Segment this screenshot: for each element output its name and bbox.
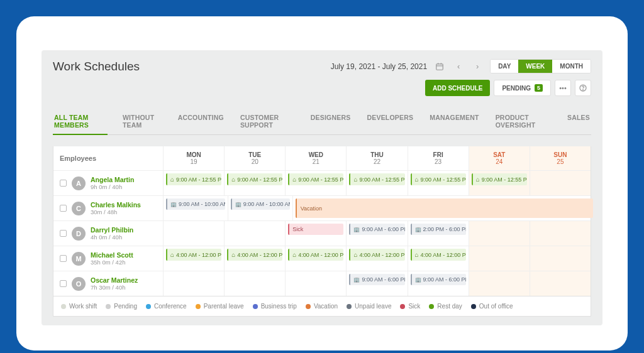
home-icon	[170, 176, 174, 183]
shift-block[interactable]: 9:00 AM - 12:55 PM	[166, 173, 221, 185]
tab-sales[interactable]: SALES	[566, 109, 591, 134]
tab-designers[interactable]: DESIGNERS	[309, 109, 352, 134]
legend-label: Business trip	[261, 303, 297, 310]
shift-block[interactable]: 4:00 AM - 12:00 PM	[288, 249, 343, 261]
schedule-cell[interactable]: 9:00 AM - 12:55 PM	[286, 171, 347, 195]
schedule-cell[interactable]	[164, 221, 225, 246]
tab-management[interactable]: MANAGEMENT	[428, 109, 480, 134]
schedule-cell[interactable]: 9:00 AM - 12:55 PM	[408, 171, 469, 195]
shift-block[interactable]: Sick	[288, 224, 343, 235]
shift-block[interactable]: 9:00 AM - 6:00 PM	[349, 224, 404, 235]
legend-dot	[471, 304, 476, 309]
prev-week-button[interactable]: ‹	[452, 60, 465, 73]
next-week-button[interactable]: ›	[471, 60, 484, 73]
tab-without-team[interactable]: WITHOUT TEAM	[121, 109, 163, 134]
employee-name[interactable]: Michael Scott	[91, 251, 133, 259]
employee-name[interactable]: Darryl Philbin	[91, 226, 133, 234]
schedule-cell[interactable]: 4:00 AM - 12:00 PM	[225, 246, 286, 271]
shift-block[interactable]: 4:00 AM - 12:00 PM	[411, 249, 466, 261]
shift-label: 9:00 AM - 12:55 PM	[359, 176, 404, 183]
day-header-wed: WED21	[286, 146, 347, 170]
employee-cell: OOscar Martinez7h 30m / 40h	[53, 271, 164, 296]
employee-row: AAngela Martin9h 0m / 40h9:00 AM - 12:55…	[53, 171, 591, 196]
schedule-cell[interactable]: 9:00 AM - 10:00 AM	[164, 196, 228, 220]
view-week[interactable]: WEEK	[518, 60, 552, 73]
schedule-cell[interactable]: 9:00 AM - 6:00 PM	[408, 271, 469, 296]
schedule-cell[interactable]: 9:00 AM - 12:55 PM	[469, 171, 530, 195]
legend-dot	[106, 304, 111, 309]
view-month[interactable]: MONTH	[552, 60, 591, 73]
shift-block[interactable]: 9:00 AM - 6:00 PM	[349, 274, 404, 285]
legend-item: Parental leave	[196, 303, 244, 310]
schedule-cell[interactable]	[469, 271, 530, 296]
tab-product-oversight[interactable]: PRODUCT OVERSIGHT	[494, 109, 552, 134]
employee-checkbox[interactable]	[60, 205, 67, 212]
tab-accounting[interactable]: ACCOUNTING	[177, 109, 225, 134]
shift-block[interactable]: 4:00 AM - 12:00 PM	[349, 249, 404, 261]
employee-name[interactable]: Charles Malkins	[91, 201, 141, 209]
schedule-cell[interactable]	[469, 221, 530, 246]
shift-block[interactable]: Vacation	[296, 198, 593, 218]
legend-item: Out of office	[471, 303, 513, 310]
schedule-cell[interactable]: 4:00 AM - 12:00 PM	[164, 246, 225, 271]
shift-block[interactable]: 9:00 AM - 12:55 PM	[349, 173, 404, 185]
shift-block[interactable]: 2:00 PM - 6:00 PM	[411, 224, 466, 235]
schedule-cell[interactable]	[530, 246, 591, 271]
calendar-icon[interactable]	[433, 60, 446, 73]
shift-block[interactable]: 9:00 AM - 12:55 PM	[411, 173, 466, 185]
schedule-cell[interactable]	[469, 246, 530, 271]
schedule-cell[interactable]	[530, 171, 591, 195]
schedule-cell[interactable]: 4:00 AM - 12:00 PM	[408, 246, 469, 271]
employee-checkbox[interactable]	[60, 280, 67, 287]
shift-block[interactable]: 9:00 AM - 12:55 PM	[472, 173, 527, 185]
schedule-cell[interactable]: 4:00 AM - 12:00 PM	[347, 246, 408, 271]
office-icon	[235, 201, 242, 207]
employee-name[interactable]: Oscar Martinez	[91, 276, 138, 284]
schedule-cell[interactable]	[225, 271, 286, 296]
tab-customer-support[interactable]: CUSTOMER SUPPORT	[239, 109, 296, 134]
legend-label: Rest day	[437, 303, 462, 310]
schedule-cell[interactable]	[164, 271, 225, 296]
shift-label: 4:00 AM - 12:00 PM	[176, 252, 221, 258]
legend-label: Sick	[408, 303, 420, 310]
employee-cell: CCharles Malkins30m / 48h	[53, 196, 164, 220]
schedule-cell[interactable]: Sick	[286, 221, 347, 246]
shift-block[interactable]: 4:00 AM - 12:00 PM	[166, 249, 221, 261]
add-schedule-button[interactable]: ADD SCHEDULE	[425, 80, 490, 96]
shift-block[interactable]: 4:00 AM - 12:00 PM	[227, 249, 282, 261]
home-icon	[353, 251, 357, 258]
schedule-cell[interactable]: 9:00 AM - 6:00 PM	[347, 221, 408, 246]
schedule-cell[interactable]: 2:00 PM - 6:00 PM	[408, 221, 469, 246]
schedule-cell[interactable]: 4:00 AM - 12:00 PM	[286, 246, 347, 271]
home-icon	[415, 251, 419, 258]
employee-checkbox[interactable]	[60, 180, 67, 187]
legend-dot	[196, 304, 201, 309]
employee-checkbox[interactable]	[60, 230, 67, 237]
schedule-cell[interactable]	[225, 221, 286, 246]
schedule-cell[interactable]: Vacation	[293, 196, 591, 220]
schedule-cell[interactable]: 9:00 AM - 12:55 PM	[225, 171, 286, 195]
schedule-cell[interactable]	[530, 271, 591, 296]
view-day[interactable]: DAY	[491, 60, 518, 73]
pending-button[interactable]: PENDING 5	[494, 80, 551, 96]
shift-block[interactable]: 9:00 AM - 12:55 PM	[288, 173, 343, 185]
help-button[interactable]	[575, 80, 591, 96]
schedule-cell[interactable]	[286, 271, 347, 296]
employee-name[interactable]: Angela Martin	[91, 176, 134, 183]
shift-block[interactable]: 9:00 AM - 10:00 AM	[231, 198, 290, 210]
schedule-cell[interactable]: 9:00 AM - 12:55 PM	[164, 171, 225, 195]
shift-block[interactable]: 9:00 AM - 12:55 PM	[227, 173, 282, 185]
employee-checkbox[interactable]	[60, 255, 67, 262]
more-button[interactable]: •••	[555, 80, 571, 96]
schedule-grid: Employees MON19TUE20WED21THU22FRI23SAT24…	[53, 146, 591, 296]
tab-all-team-members[interactable]: ALL TEAM MEMBERS	[53, 109, 108, 135]
schedule-cell[interactable]: 9:00 AM - 6:00 PM	[347, 271, 408, 296]
shift-block[interactable]: 9:00 AM - 10:00 AM	[166, 198, 225, 210]
schedule-cell[interactable]	[530, 221, 591, 246]
schedule-cell[interactable]: 9:00 AM - 12:55 PM	[347, 171, 408, 195]
shift-block[interactable]: 9:00 AM - 6:00 PM	[411, 274, 466, 285]
schedule-cell[interactable]: 9:00 AM - 10:00 AM	[228, 196, 293, 220]
tab-developers[interactable]: DEVELOPERS	[365, 109, 414, 134]
office-icon	[353, 226, 360, 232]
office-icon	[415, 276, 421, 283]
